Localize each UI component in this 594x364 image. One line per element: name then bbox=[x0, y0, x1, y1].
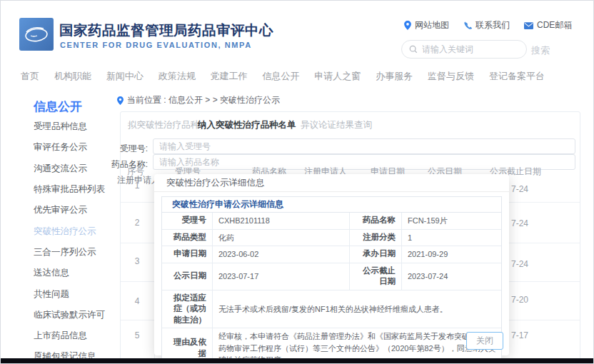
field-label: 公示截止日期 bbox=[349, 263, 401, 290]
sidebar-item-clinical-trial-license[interactable]: 临床试验默示许可 bbox=[34, 309, 105, 321]
site-title: 国家药品监督管理局药品审评中心 bbox=[59, 21, 273, 40]
dialog-title: 突破性治疗公示详细信息 bbox=[154, 174, 509, 192]
detail-row: 受理号 CXHB2101118 药品名称 FCN-159片 bbox=[162, 213, 501, 230]
nav-item-info[interactable]: 信息公开 bbox=[262, 70, 299, 83]
detail-row-indication: 拟定适应症（或功能主治） 无法手术或术后残留/复发的NF1相关的丛状神经纤维瘤成… bbox=[162, 290, 501, 329]
nav-item-service[interactable]: 办事服务 bbox=[376, 70, 413, 83]
tab-objection-results[interactable]: 异议论证结果查询 bbox=[301, 119, 372, 131]
detail-row: 公示日期 2023-07-17 公示截止日期 2023-07-24 bbox=[162, 263, 501, 290]
sidebar-item-delivery-info[interactable]: 送达信息 bbox=[34, 267, 69, 279]
table-row[interactable]: 5 bbox=[120, 330, 154, 340]
phone-icon bbox=[463, 21, 472, 30]
search-input[interactable] bbox=[422, 44, 508, 54]
breadcrumb: 当前位置 : 信息公开 > > 突破性治疗公示 bbox=[117, 94, 280, 106]
top-utility-links: 网站地图 联系我们 CDE邮箱 bbox=[404, 19, 572, 31]
nav-item-news[interactable]: 新闻中心 bbox=[106, 70, 144, 83]
sidebar-item-breakthrough-therapy[interactable]: 突破性治疗公示 bbox=[34, 226, 96, 238]
table-row[interactable]: 3 bbox=[120, 256, 154, 266]
sitemap-link[interactable]: 网站地图 bbox=[404, 19, 449, 31]
table-row[interactable]: 2 bbox=[120, 218, 154, 228]
field-value: FCN-159片 bbox=[401, 213, 503, 229]
logo-swoosh-icon bbox=[22, 22, 51, 46]
field-value: 化药 bbox=[212, 230, 349, 246]
field-label: 受理号 bbox=[162, 213, 212, 229]
field-value: 1 bbox=[401, 230, 503, 246]
tab-included-breakthrough-list[interactable]: 纳入突破性治疗品种名单 bbox=[198, 119, 296, 131]
field-label: 承办日期 bbox=[349, 246, 401, 263]
field-value: 2023-07-17 bbox=[212, 263, 349, 290]
nav-item-party[interactable]: 党建工作 bbox=[211, 70, 248, 83]
close-button[interactable]: 关闭 bbox=[466, 332, 503, 350]
sidebar-item-accepted-varieties[interactable]: 受理品种信息 bbox=[34, 121, 87, 133]
detail-row: 申请日期 2023-06-02 承办日期 2021-09-29 bbox=[162, 246, 501, 263]
sidebar-item-special-approval[interactable]: 特殊审批品种列表 bbox=[34, 183, 105, 196]
nav-item-supervision[interactable]: 监督与反馈 bbox=[428, 70, 474, 83]
sidebar-item-common-issues[interactable]: 共性问题 bbox=[34, 288, 69, 300]
sidebar-item-three-in-one[interactable]: 三合一序列公示 bbox=[34, 246, 96, 258]
detail-section-title: 突破性治疗申请公示详细信息 bbox=[162, 197, 501, 213]
site-subtitle: CENTER FOR DRUG EVALUATION, NMPA bbox=[60, 41, 252, 49]
field-value: 2023-06-02 bbox=[212, 246, 349, 263]
detail-row: 药品类型 化药 注册分类 1 bbox=[162, 230, 501, 247]
field-label: 药品名称 bbox=[349, 213, 401, 229]
search-icon bbox=[409, 45, 418, 54]
field-value: CXHB2101118 bbox=[212, 213, 349, 229]
row-end-date-fragment: 7-24 bbox=[511, 259, 528, 269]
sidebar-item-marketed-drugs[interactable]: 上市药品信息 bbox=[34, 330, 87, 342]
detail-table: 突破性治疗申请公示详细信息 受理号 CXHB2101118 药品名称 FCN-1… bbox=[161, 196, 502, 364]
breadcrumb-text: 当前位置 : 信息公开 > > 突破性治疗公示 bbox=[127, 94, 280, 106]
field-label: 公示日期 bbox=[162, 263, 212, 290]
field-label: 申请日期 bbox=[162, 246, 212, 263]
row-end-date-fragment: 7-20 bbox=[511, 295, 528, 305]
nav-item-policy[interactable]: 政策法规 bbox=[158, 70, 196, 83]
nav-item-home[interactable]: 首页 bbox=[21, 70, 39, 83]
footer-top-edge bbox=[1, 358, 593, 363]
acceptance-no-input[interactable] bbox=[153, 138, 575, 154]
row-end-date-fragment: 7-24 bbox=[511, 218, 528, 228]
site-search bbox=[401, 40, 527, 59]
cde-mail-link[interactable]: CDE邮箱 bbox=[524, 19, 572, 31]
field-label: 拟定适应症（或功能主治） bbox=[162, 290, 212, 328]
row-end-date-fragment: 7-24 bbox=[511, 184, 528, 194]
search-button[interactable]: 搜索 bbox=[531, 44, 550, 57]
table-row[interactable]: 1 bbox=[120, 181, 154, 191]
nav-item-org[interactable]: 机构职能 bbox=[54, 70, 91, 83]
field-value: 2021-09-29 bbox=[401, 246, 503, 263]
location-pin-icon bbox=[117, 96, 124, 105]
sidebar-title: 信息公开 bbox=[34, 98, 82, 115]
nav-item-applicant[interactable]: 申请人之窗 bbox=[314, 70, 361, 83]
location-pin-icon bbox=[404, 21, 411, 30]
acceptance-no-label: 受理号: bbox=[106, 143, 148, 155]
field-label: 注册分类 bbox=[349, 230, 401, 246]
field-value: 无法手术或术后残留/复发的NF1相关的丛状神经纤维瘤成人患者。 bbox=[212, 290, 503, 328]
main-nav: 首页 机构职能 新闻中心 政策法规 党建工作 信息公开 申请人之窗 办事服务 监… bbox=[21, 70, 545, 83]
field-value: 2023-07-24 bbox=[401, 263, 503, 290]
table-row[interactable]: 4 bbox=[120, 296, 154, 306]
mail-icon bbox=[524, 22, 533, 29]
field-label: 药品类型 bbox=[162, 230, 212, 246]
nav-item-registration[interactable]: 登记备案平台 bbox=[489, 70, 545, 83]
tab-proposed-breakthrough[interactable]: 拟突破性治疗品种 bbox=[128, 119, 199, 131]
sidebar-item-communication[interactable]: 沟通交流公示 bbox=[34, 163, 87, 175]
row-end-date-fragment: 7-17 bbox=[511, 330, 528, 340]
sidebar-item-priority-review[interactable]: 优先审评公示 bbox=[34, 204, 87, 216]
contact-link[interactable]: 联系我们 bbox=[463, 19, 510, 31]
nmpa-logo bbox=[19, 18, 54, 51]
detail-dialog: 突破性治疗公示详细信息 突破性治疗申请公示详细信息 受理号 CXHB210111… bbox=[154, 174, 509, 355]
page: 国家药品监督管理局药品审评中心 CENTER FOR DRUG EVALUATI… bbox=[0, 0, 594, 364]
sidebar-item-review-tasks[interactable]: 审评任务公示 bbox=[34, 141, 87, 153]
